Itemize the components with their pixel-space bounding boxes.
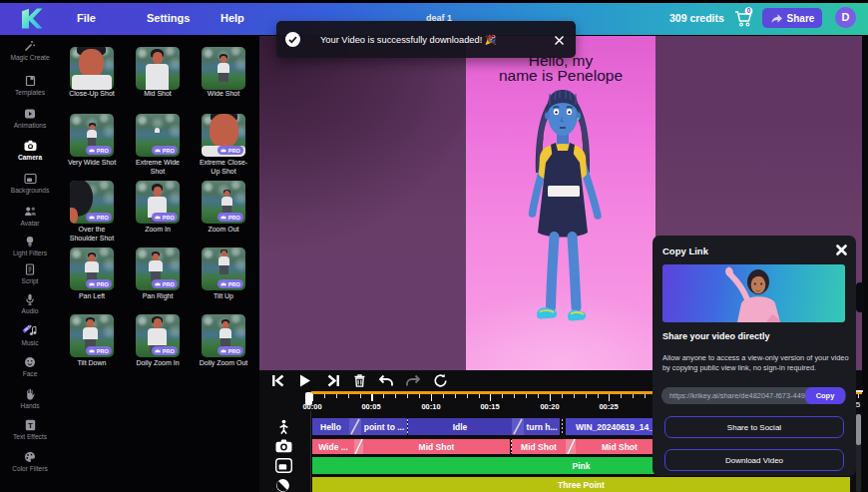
svg-text:0: 0 — [747, 7, 751, 14]
svg-text:BETA: BETA — [23, 324, 33, 332]
svg-text:T: T — [28, 421, 33, 430]
